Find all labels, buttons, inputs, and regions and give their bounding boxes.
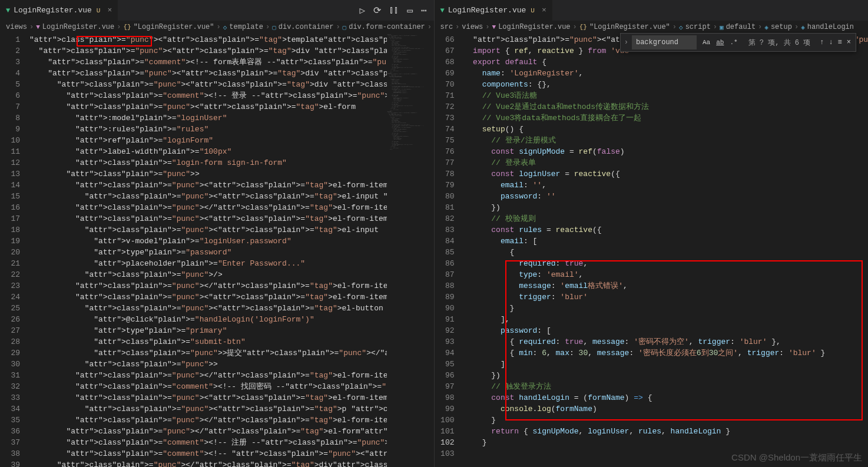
code-area-right[interactable]: "attr">class"plain">="punc"><"attr">clas… — [464, 34, 869, 467]
tab-left[interactable]: ▼ LoginRegister.vue U × — [0, 0, 118, 21]
minimap-left[interactable]: <template> <div class="container" :class… — [387, 34, 434, 467]
run-icon[interactable]: ▷ — [360, 5, 366, 16]
method-icon: ◈ — [801, 24, 805, 31]
script-icon: ◇ — [679, 24, 683, 31]
tab-filename: LoginRegister.vue — [448, 6, 526, 15]
more-icon[interactable]: ⋯ — [421, 5, 427, 16]
find-status: 第 ? 项, 共 6 项 — [744, 38, 816, 48]
close-icon[interactable]: × — [542, 6, 546, 15]
editor-left[interactable]: 1234567891011121314151617181920212223242… — [0, 34, 434, 467]
braces-icon: {} — [123, 24, 131, 31]
code-area-left[interactable]: "attr">class"plain">="punc"><"attr">clas… — [29, 34, 387, 467]
editor-actions-left: ▷ ⟳ ⫿⫿ ▭ ⋯ — [360, 5, 434, 16]
template-icon: ◇ — [223, 24, 227, 31]
tab-bar-left: ▼ LoginRegister.vue U × ▷ ⟳ ⫿⫿ ▭ ⋯ — [0, 0, 434, 21]
tab-status: U — [97, 7, 101, 14]
vue-icon: ▼ — [6, 6, 10, 15]
diff-icon[interactable]: ▭ — [407, 5, 413, 16]
line-numbers: 6667686970717273747576777879808182838485… — [435, 34, 464, 467]
editor-pane-left: ▼ LoginRegister.vue U × ▷ ⟳ ⫿⫿ ▭ ⋯ views… — [0, 0, 435, 467]
method-icon: ◈ — [764, 24, 768, 31]
regex-icon[interactable]: .* — [727, 38, 740, 47]
element-icon: ▢ — [272, 24, 276, 31]
watermark: CSDN @Sheldon一蓑烟雨任平生 — [731, 452, 862, 463]
find-selection-icon[interactable]: ≡ — [837, 37, 843, 48]
default-icon: ▣ — [720, 24, 724, 31]
editor-pane-right: ▼ LoginRegister.vue U × src› views› ▼Log… — [435, 0, 869, 467]
breadcrumb-right[interactable]: src› views› ▼LoginRegister.vue› {}"Login… — [435, 21, 869, 34]
breadcrumb-left[interactable]: views› ▼LoginRegister.vue› {}"LoginRegis… — [0, 21, 434, 34]
tab-right[interactable]: ▼ LoginRegister.vue U × — [435, 0, 553, 21]
find-close-icon[interactable]: × — [846, 37, 852, 48]
find-widget: › Aa ab .* 第 ? 项, 共 6 项 ↑ ↓ ≡ × — [620, 33, 856, 52]
vue-icon: ▼ — [36, 24, 40, 31]
find-prev-icon[interactable]: ↑ — [819, 37, 825, 48]
vue-icon: ▼ — [440, 6, 445, 15]
tab-status: U — [531, 7, 535, 14]
find-toggle-icon[interactable]: › — [621, 38, 632, 47]
braces-icon: {} — [579, 24, 587, 31]
refresh-icon[interactable]: ⟳ — [373, 5, 381, 16]
find-next-icon[interactable]: ↓ — [827, 37, 834, 48]
split-icon[interactable]: ⫿⫿ — [389, 5, 399, 16]
match-word-icon[interactable]: ab — [714, 38, 726, 47]
element-icon: ▢ — [343, 24, 347, 31]
find-input[interactable] — [632, 35, 697, 49]
tab-filename: LoginRegister.vue — [14, 6, 92, 15]
line-numbers: 1234567891011121314151617181920212223242… — [0, 34, 29, 467]
editor-right[interactable]: 6667686970717273747576777879808182838485… — [435, 34, 869, 467]
tab-bar-right: ▼ LoginRegister.vue U × — [435, 0, 869, 21]
match-case-icon[interactable]: Aa — [700, 38, 713, 47]
vue-icon: ▼ — [492, 24, 496, 31]
close-icon[interactable]: × — [107, 6, 112, 15]
